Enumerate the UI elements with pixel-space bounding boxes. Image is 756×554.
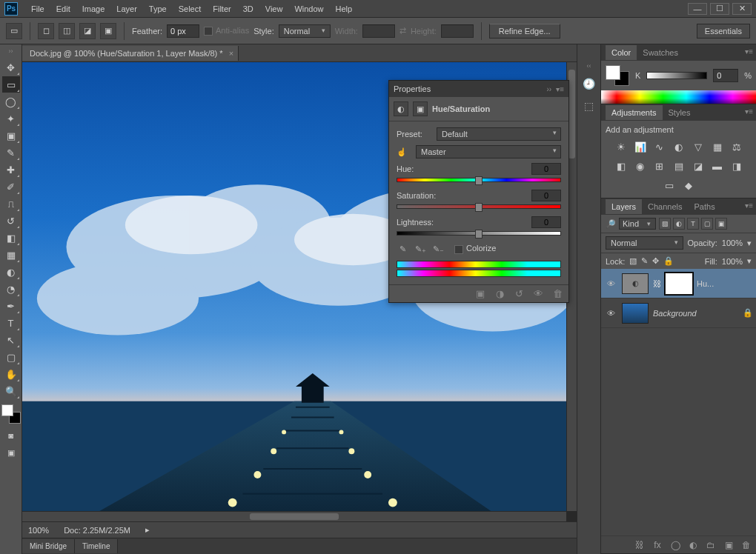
zoom-display[interactable]: 100% [28,526,49,535]
k-value[interactable] [713,69,738,82]
layer-name[interactable]: Hu... [697,279,753,288]
channelmixer-icon[interactable]: ⊞ [651,158,668,174]
mask-icon[interactable]: ◯ [669,538,682,552]
tab-styles[interactable]: Styles [663,105,697,120]
adjustments-menu-icon[interactable]: ▾≡ [745,107,753,116]
menu-image[interactable]: Image [76,2,111,16]
colorize-checkbox[interactable] [454,245,463,254]
fx-icon[interactable]: fx [651,538,664,552]
tab-paths[interactable]: Paths [689,199,721,214]
tab-minibridge[interactable]: Mini Bridge [22,539,75,553]
path-tool[interactable]: ↖ [2,332,20,348]
photofilter-icon[interactable]: ◉ [632,158,649,174]
properties-panel-icon[interactable]: ⬚ [581,98,597,114]
color-swatches[interactable] [1,404,21,424]
history-panel-icon[interactable]: 🕘 [581,76,597,92]
exposure-icon[interactable]: ◐ [671,138,687,155]
crop-tool[interactable]: ▣ [2,127,20,144]
k-slider[interactable] [646,72,707,79]
tab-timeline[interactable]: Timeline [75,539,118,553]
group-icon[interactable]: 🗀 [704,538,717,552]
feather-input[interactable] [167,24,199,38]
eyedropper-icon[interactable]: ✎ [397,243,408,255]
levels-icon[interactable]: 📊 [632,138,649,155]
range-select[interactable]: Master [416,145,561,158]
colorbalance-icon[interactable]: ⚖ [729,138,745,155]
preset-select[interactable]: Default [437,127,561,141]
collapse-icon[interactable]: ›› [546,85,551,93]
vibrance-icon[interactable]: ▽ [690,138,706,155]
eyedropper-tool[interactable]: ✎ [2,144,20,161]
tab-color[interactable]: Color [606,45,637,60]
posterize-icon[interactable]: ▬ [709,158,726,174]
invert-icon[interactable]: ◪ [690,158,706,174]
menu-file[interactable]: File [25,2,50,16]
pen-tool[interactable]: ✒ [2,298,20,314]
docinfo-display[interactable]: Doc: 2.25M/2.25M [64,526,130,535]
selection-add-icon[interactable]: ◫ [59,23,75,39]
layer-filter-kind[interactable]: Kind [619,218,656,230]
lasso-tool[interactable]: ◯ [2,93,20,110]
gradientmap-icon[interactable]: ▭ [661,177,677,193]
selection-intersect-icon[interactable]: ▣ [100,23,116,39]
color-panel-menu-icon[interactable]: ▾≡ [745,47,753,56]
selective-icon[interactable]: ◆ [680,177,697,193]
layer-row-huesat[interactable]: 👁 ◐ ⛓ Hu... [601,269,756,298]
hue-icon[interactable]: ▦ [709,138,726,155]
visibility-toggle[interactable]: 👁 [604,309,617,318]
layer-name[interactable]: Background [653,309,738,318]
tool-preset-icon[interactable]: ▭ [6,23,22,39]
trash-icon[interactable]: 🗑 [740,538,753,552]
window-minimize[interactable]: — [688,3,707,15]
menu-select[interactable]: Select [173,2,208,16]
type-tool[interactable]: T [2,315,20,331]
hand-tool[interactable]: ✋ [2,366,20,382]
document-tab[interactable]: Dock.jpg @ 100% (Hue/Saturation 1, Layer… [22,46,239,61]
color-ramp[interactable] [601,90,756,104]
visibility-icon[interactable]: 👁 [531,287,545,301]
gradient-tool[interactable]: ▦ [2,247,20,263]
opacity-value[interactable]: 100% [722,238,743,247]
refine-edge-button[interactable]: Refine Edge... [489,24,560,39]
delete-adjustment-icon[interactable]: 🗑 [551,287,564,301]
adjustment-layer-icon[interactable]: ◐ [686,538,700,552]
filter-shape-icon[interactable]: ▢ [701,218,713,230]
menu-3d[interactable]: 3D [237,2,259,16]
previous-icon[interactable]: ◑ [493,287,506,301]
workspace-switcher[interactable]: Essentials [697,24,750,39]
menu-layer[interactable]: Layer [110,2,143,16]
layer-row-background[interactable]: 👁 Background 🔒 [601,298,756,328]
color-swatch[interactable] [606,65,629,86]
layers-menu-icon[interactable]: ▾≡ [745,201,753,210]
menu-edit[interactable]: Edit [50,2,76,16]
selection-new-icon[interactable]: ◻ [38,23,54,39]
menu-view[interactable]: View [259,2,289,16]
stamp-tool[interactable]: ⎍ [2,196,20,212]
brush-tool[interactable]: ✐ [2,178,20,195]
tab-layers[interactable]: Layers [606,199,642,214]
lock-trans-icon[interactable]: ▧ [629,256,637,266]
blur-tool[interactable]: ◐ [2,264,20,280]
horizontal-scrollbar[interactable] [22,511,566,521]
move-tool[interactable]: ✥ [2,59,20,76]
curves-icon[interactable]: ∿ [651,138,668,155]
lock-all-icon[interactable]: 🔒 [663,256,674,266]
screenmode-button[interactable]: ▣ [2,444,20,461]
quickmask-toggle[interactable]: ◙ [2,427,20,444]
lightness-slider[interactable] [397,231,561,236]
zoom-tool[interactable]: 🔍 [2,383,20,399]
lock-pixel-icon[interactable]: ✎ [641,256,648,266]
filter-pixel-icon[interactable]: ▧ [659,218,671,230]
menu-type[interactable]: Type [143,2,173,16]
shape-tool[interactable]: ▢ [2,349,20,365]
marquee-tool[interactable]: ▭ [2,76,20,93]
docinfo-arrow-icon[interactable]: ▸ [145,525,150,535]
filter-adjust-icon[interactable]: ◐ [673,218,685,230]
bw-icon[interactable]: ◧ [613,158,629,174]
history-brush-tool[interactable]: ↺ [2,213,20,229]
visibility-toggle[interactable]: 👁 [604,279,617,288]
lightness-value[interactable] [531,216,561,228]
dodge-tool[interactable]: ◔ [2,281,20,297]
menu-window[interactable]: Window [288,2,329,16]
mask-mode-icon[interactable]: ▣ [413,101,428,116]
